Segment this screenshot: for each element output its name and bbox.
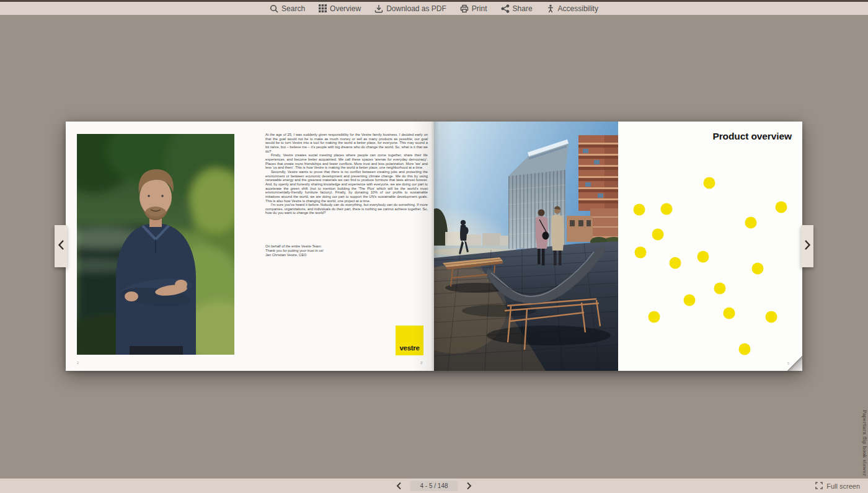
signature-line: Jan Christian Vestre, CEO [265, 253, 428, 257]
overview-button[interactable]: Overview [319, 4, 361, 13]
previous-page-arrow[interactable] [55, 225, 67, 267]
ceo-letter: At the age of 25, I was suddenly given r… [265, 133, 428, 257]
fullscreen-label: Full screen [826, 482, 860, 490]
book-spread: At the age of 25, I was suddenly given r… [66, 122, 802, 371]
ceo-letter-paragraph: I'm sure you've heard it before: Nobody … [265, 203, 428, 215]
page-number-3: 3 [420, 361, 422, 365]
bottom-bar: 4 - 5 / 148 Full screen [0, 478, 868, 493]
pager-previous-button[interactable] [396, 482, 402, 490]
right-page: Product overview 5 [434, 122, 802, 371]
share-label: Share [513, 4, 533, 13]
accessibility-icon [546, 4, 555, 13]
next-page-arrow[interactable] [801, 225, 813, 267]
ceo-portrait-photo [77, 134, 234, 355]
search-button[interactable]: Search [270, 4, 305, 13]
fullscreen-button[interactable]: Full screen [815, 479, 860, 493]
vestre-logo-text: vestre [399, 344, 419, 352]
flipbook-viewer: { "toolbar": { "items": [ { "label": "Se… [0, 0, 868, 493]
share-icon [501, 4, 510, 13]
search-icon [270, 4, 278, 13]
page-curl-corner[interactable] [787, 356, 802, 371]
chevron-right-icon [804, 239, 811, 253]
search-label: Search [281, 4, 305, 13]
vestre-logo: vestre [396, 326, 423, 355]
top-toolbar: Search Overview Download as PDF Print Sh… [0, 0, 868, 16]
left-page: At the age of 25, I was suddenly given r… [66, 122, 434, 371]
ceo-letter-paragraph: Firstly, Vestre creates social meeting p… [265, 153, 428, 170]
ceo-letter-paragraph: At the age of 25, I was suddenly given r… [265, 133, 428, 153]
grid-icon [319, 4, 327, 12]
pager-next-button[interactable] [466, 482, 472, 490]
page-indicator[interactable]: 4 - 5 / 148 [410, 481, 458, 491]
overview-label: Overview [330, 4, 361, 13]
pager: 4 - 5 / 148 [0, 479, 868, 493]
ceo-letter-signature: On behalf of the entire Vestre Team: Tha… [265, 244, 428, 257]
print-label: Print [472, 4, 487, 13]
download-icon [374, 4, 383, 13]
page-number-2: 2 [77, 361, 79, 365]
outdoor-furniture-photo [434, 122, 618, 371]
signature-line: On behalf of the entire Vestre Team: [265, 244, 428, 249]
print-button[interactable]: Print [460, 4, 487, 13]
chevron-left-icon [58, 239, 64, 253]
download-pdf-label: Download as PDF [386, 4, 446, 13]
product-dots [618, 122, 802, 371]
ceo-letter-paragraph: Secondly, Vestre wants to prove that the… [265, 170, 428, 203]
share-button[interactable]: Share [501, 4, 533, 13]
paperturn-watermark[interactable]: Paperturn flip book viewer [862, 410, 867, 476]
fullscreen-icon [815, 482, 823, 491]
accessibility-button[interactable]: Accessibility [546, 4, 598, 13]
download-pdf-button[interactable]: Download as PDF [374, 4, 446, 13]
accessibility-label: Accessibility [558, 4, 598, 13]
signature-line: Thank you for putting your trust in us! [265, 249, 428, 253]
printer-icon [460, 4, 469, 13]
